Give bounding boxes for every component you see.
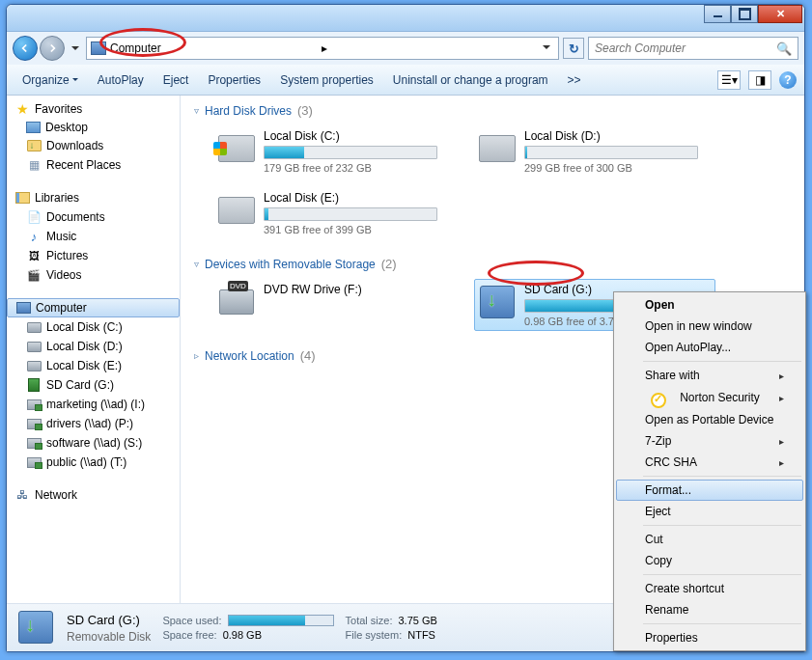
cm-norton[interactable]: Norton Security: [616, 386, 803, 409]
downloads-icon: [27, 140, 42, 151]
submenu-arrow-icon: [779, 369, 784, 382]
toolbar: Organize AutoPlay Eject Properties Syste…: [7, 65, 804, 96]
tree-recent[interactable]: Recent Places: [7, 155, 180, 175]
sd-card-icon: [480, 286, 515, 318]
cm-crc[interactable]: CRC SHA: [616, 452, 803, 473]
tree-pictures[interactable]: Pictures: [7, 246, 180, 265]
computer-icon: [91, 41, 106, 55]
netdrive-icon: [27, 419, 42, 429]
drive-c[interactable]: Local Disk (C:)179 GB free of 232 GB: [213, 125, 455, 178]
forward-button[interactable]: [40, 36, 65, 61]
cm-open[interactable]: Open: [616, 294, 803, 316]
system-properties-button[interactable]: System properties: [272, 69, 381, 91]
autoplay-button[interactable]: AutoPlay: [90, 69, 152, 91]
norton-icon: [651, 393, 666, 408]
breadcrumb-arrow-icon[interactable]: ▸: [322, 41, 327, 55]
hdd-icon: [218, 197, 255, 224]
preview-pane-button[interactable]: ◨: [748, 70, 771, 90]
dvd-icon: [219, 289, 254, 315]
close-button[interactable]: [758, 5, 802, 23]
search-input[interactable]: [595, 41, 776, 55]
maximize-button[interactable]: [731, 5, 758, 23]
tree-disk-c[interactable]: Local Disk (C:): [7, 317, 180, 337]
nav-history-dropdown[interactable]: [69, 37, 82, 60]
cm-copy[interactable]: Copy: [616, 550, 803, 571]
address-bar[interactable]: Computer ▸: [86, 37, 559, 60]
sd-card-icon: [18, 611, 53, 644]
group-hdd[interactable]: ▿Hard Disk Drives (3): [194, 103, 791, 118]
tree-net-drivers[interactable]: drivers (\\ad) (P:): [7, 414, 180, 433]
properties-button[interactable]: Properties: [200, 69, 268, 91]
details-name: SD Card (G:): [67, 613, 151, 627]
minimize-button[interactable]: [704, 5, 731, 23]
cm-shortcut[interactable]: Create shortcut: [616, 578, 803, 599]
desktop-icon: [26, 122, 41, 133]
documents-icon: [26, 209, 42, 225]
sd-icon: [28, 378, 40, 392]
tree-network[interactable]: Network: [7, 485, 180, 505]
videos-icon: [26, 267, 42, 283]
group-removable[interactable]: ▿Devices with Removable Storage (2): [194, 257, 791, 271]
drive-dvd[interactable]: DVD RW Drive (F:): [213, 279, 455, 331]
tree-net-marketing[interactable]: marketing (\\ad) (I:): [7, 395, 180, 414]
drive-e[interactable]: Local Disk (E:)391 GB free of 399 GB: [213, 187, 455, 239]
cm-autoplay[interactable]: Open AutoPlay...: [616, 337, 803, 358]
tree-downloads[interactable]: Downloads: [7, 136, 180, 155]
tree-videos[interactable]: Videos: [7, 265, 180, 285]
music-icon: ♪: [26, 229, 42, 244]
tree-libraries[interactable]: Libraries: [7, 188, 180, 207]
disk-icon: [27, 361, 42, 371]
disk-icon: [27, 342, 42, 352]
tree-net-software[interactable]: software (\\ad) (S:): [7, 433, 180, 453]
tree-desktop[interactable]: Desktop: [7, 119, 180, 136]
help-button[interactable]: ?: [779, 71, 797, 89]
search-icon: 🔍: [776, 41, 792, 56]
context-menu: Open Open in new window Open AutoPlay...…: [613, 291, 806, 651]
netdrive-icon: [27, 438, 42, 449]
cm-open-new[interactable]: Open in new window: [616, 316, 803, 337]
eject-button[interactable]: Eject: [155, 69, 197, 91]
submenu-arrow-icon: [779, 455, 784, 469]
submenu-arrow-icon: [779, 391, 784, 404]
cm-portable[interactable]: Open as Portable Device: [616, 409, 803, 430]
nav-row: Computer ▸ 🔍: [7, 32, 804, 65]
cm-rename[interactable]: Rename: [616, 599, 803, 620]
drive-d[interactable]: Local Disk (D:)299 GB free of 300 GB: [474, 125, 715, 178]
disk-icon: [27, 322, 42, 333]
toolbar-overflow[interactable]: >>: [560, 69, 589, 91]
tree-documents[interactable]: Documents: [7, 207, 180, 227]
cm-share[interactable]: Share with: [616, 365, 803, 386]
cm-cut[interactable]: Cut: [616, 529, 803, 550]
tree-disk-d[interactable]: Local Disk (D:): [7, 337, 180, 356]
tree-music[interactable]: ♪Music: [7, 227, 180, 246]
view-options-button[interactable]: ☰▾: [717, 70, 741, 90]
tree-net-public[interactable]: public (\\ad) (T:): [7, 453, 180, 472]
navigation-tree: ★Favorites Desktop Downloads Recent Plac…: [7, 96, 181, 603]
cm-format[interactable]: Format...: [616, 480, 803, 501]
recent-icon: [26, 157, 42, 173]
tree-favorites[interactable]: ★Favorites: [7, 99, 180, 119]
computer-icon: [16, 302, 31, 314]
hdd-icon: [479, 135, 516, 162]
star-icon: ★: [14, 101, 30, 117]
netdrive-icon: [27, 457, 42, 468]
tree-computer[interactable]: Computer: [7, 298, 180, 317]
refresh-button[interactable]: [563, 38, 584, 59]
search-box[interactable]: 🔍: [588, 37, 798, 60]
hdd-icon: [218, 135, 255, 162]
tree-sd-card[interactable]: SD Card (G:): [7, 375, 180, 395]
chevron-right-icon: ▹: [194, 350, 199, 361]
back-button[interactable]: [13, 36, 38, 61]
libraries-icon: [15, 192, 30, 204]
cm-7zip[interactable]: 7-Zip: [616, 430, 803, 452]
cm-eject[interactable]: Eject: [616, 501, 803, 522]
chevron-down-icon: ▿: [194, 105, 199, 116]
tree-disk-e[interactable]: Local Disk (E:): [7, 356, 180, 375]
address-dropdown[interactable]: [539, 41, 554, 56]
title-bar: [7, 5, 804, 32]
address-text: Computer: [110, 41, 318, 55]
organize-button[interactable]: Organize: [14, 69, 86, 91]
cm-properties[interactable]: Properties: [616, 627, 803, 648]
chevron-down-icon: ▿: [194, 259, 199, 269]
uninstall-button[interactable]: Uninstall or change a program: [385, 69, 556, 91]
